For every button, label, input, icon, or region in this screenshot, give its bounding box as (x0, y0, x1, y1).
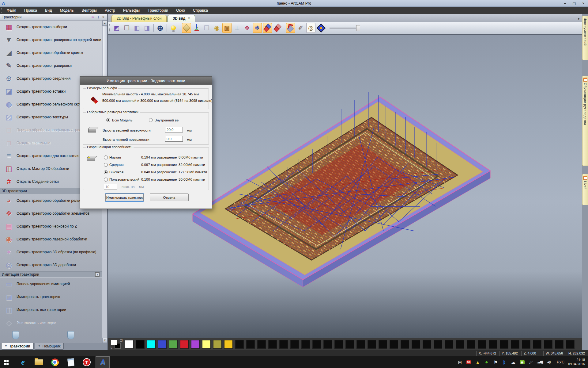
palette-swatch[interactable] (180, 340, 189, 349)
palette-swatch[interactable] (334, 340, 343, 349)
view-iso-button[interactable]: ◩ (112, 23, 121, 33)
simulate-toolpath-button[interactable]: Имитировать траекторию (105, 194, 144, 201)
resolution-radio[interactable] (104, 163, 108, 167)
palette-swatch[interactable] (533, 340, 541, 349)
chrome-button[interactable] (48, 356, 62, 368)
palette-swatch[interactable] (246, 340, 255, 349)
close-button[interactable]: × (579, 0, 588, 6)
toolpath-row[interactable]: ◢ Создать траекторию обработки кромок (0, 46, 102, 59)
palette-swatch[interactable] (158, 340, 167, 349)
toolbar-separator[interactable] (166, 23, 168, 33)
panel-tab[interactable]: Помощник (35, 343, 64, 350)
resolution-radio[interactable] (104, 178, 108, 182)
palette-icon[interactable]: ✑ (90, 15, 96, 19)
palette-swatch[interactable] (356, 340, 365, 349)
menu-item[interactable]: Векторы (77, 7, 100, 14)
explorer-button[interactable] (32, 356, 46, 368)
palette-swatch[interactable] (511, 340, 519, 349)
palette-swatch[interactable] (522, 340, 530, 349)
toolbar-separator[interactable] (283, 23, 285, 33)
primary-color-swatch[interactable] (111, 340, 117, 345)
toolpath-row[interactable]: ◉ Создать траекторию лазерной обработки (0, 233, 102, 246)
volume-tray-icon[interactable]: ◀)) (546, 359, 552, 365)
tool-sim-button[interactable]: ⊥ (232, 23, 242, 33)
whole-model-radio[interactable] (106, 118, 110, 122)
draw-plane-button[interactable] (182, 23, 191, 33)
toolpath-row[interactable]: ❖ Создать траекторию обработки элементов (0, 207, 102, 220)
palette-swatch[interactable] (169, 340, 178, 349)
palette-swatch[interactable] (544, 340, 552, 349)
palette-swatch[interactable] (379, 340, 387, 349)
toolpath-row[interactable]: ◪ Имитировать траекторию (0, 290, 102, 303)
lamp-render-button[interactable] (286, 23, 295, 33)
toolpath-row[interactable]: ◫ Имитировать все траектории (0, 303, 102, 316)
view-wireframe-button[interactable]: ❏ (122, 23, 131, 33)
satellite-tray-icon[interactable]: ☄ (528, 359, 534, 365)
palette-swatch[interactable] (566, 340, 575, 349)
pin-icon[interactable]: ⊢ (96, 14, 100, 20)
palette-swatch[interactable] (235, 340, 244, 349)
start-button[interactable] (0, 356, 14, 368)
taskbar-clock[interactable]: 21:18 09.04.2016 (568, 358, 585, 366)
language-indicator[interactable]: РУС (557, 360, 564, 364)
eye-diamond-button[interactable] (316, 23, 326, 33)
tutorials-edge-tab[interactable]: Обучающие руководства (582, 76, 588, 166)
palette-swatch[interactable] (423, 340, 431, 349)
minimize-button[interactable]: – (560, 0, 570, 6)
toolpath-row[interactable]: ▼ Создать траекторию гравировки по средн… (0, 33, 102, 46)
palette-swatch[interactable] (345, 340, 354, 349)
toolpath-row[interactable]: ▭ Панель управления имитацией (0, 278, 102, 290)
live-edge-tab[interactable]: Live! (582, 174, 588, 205)
reset-colors-icon[interactable]: ↳ (110, 347, 113, 350)
inner-vector-radio[interactable] (149, 118, 153, 122)
toolpath-row[interactable] (0, 329, 102, 341)
palette-swatch[interactable] (213, 340, 222, 349)
bottom-height-field[interactable] (165, 136, 183, 142)
dialog-title-bar[interactable]: Имитация траектории - Задание заготовки (80, 77, 212, 85)
shading-slider[interactable] (326, 23, 363, 33)
flag-tray-icon[interactable]: ⚑ (492, 359, 499, 365)
palette-swatch[interactable] (390, 340, 398, 349)
vectors-view-button[interactable]: ❖ (243, 23, 252, 33)
clipart-block-button[interactable]: ❑ (202, 23, 211, 33)
palette-swatch[interactable] (312, 340, 321, 349)
screen-capture-tray-icon[interactable]: SC (466, 359, 472, 365)
toolbar-separator[interactable] (179, 23, 181, 33)
signal-tray-icon[interactable]: ▂▄▆█ (537, 359, 543, 365)
palette-swatch[interactable] (478, 340, 486, 349)
nvidia-tray-icon[interactable]: ◉ (519, 359, 525, 365)
color-selector[interactable]: ❐ ↳ (110, 339, 123, 349)
palette-swatch[interactable] (257, 340, 266, 349)
toolpath-row[interactable]: ▦ Создать траекторию выборки (0, 21, 102, 33)
notepad-button[interactable] (64, 356, 78, 368)
menu-item[interactable]: Модель (56, 7, 78, 14)
gdrive-tray-icon[interactable]: ▲ (475, 359, 481, 365)
toolbar-separator[interactable] (153, 23, 155, 33)
messenger-tray-icon[interactable]: ● (484, 359, 490, 365)
snowflake-button[interactable]: ❄ (253, 23, 262, 33)
layers-red-button[interactable] (273, 23, 282, 33)
tab-3d-view[interactable]: 3D вид × (168, 15, 195, 22)
palette-swatch[interactable] (434, 340, 442, 349)
palette-swatch[interactable] (555, 340, 564, 349)
palette-swatch[interactable] (412, 340, 420, 349)
scroll-down-icon[interactable]: ▼ (102, 338, 107, 343)
palette-swatch[interactable] (224, 340, 233, 349)
toolpath-row[interactable]: ✎ Создать траекторию гравировки (0, 59, 102, 72)
palette-swatch[interactable] (445, 340, 453, 349)
menu-item[interactable]: Справка (189, 7, 212, 14)
palette-swatch[interactable] (456, 340, 464, 349)
palette-swatch[interactable] (368, 340, 376, 349)
t-app-button[interactable]: T (80, 356, 94, 368)
zoom-button[interactable]: ⊕ (156, 23, 165, 33)
section-mini-button[interactable] (95, 272, 100, 277)
palette-swatch[interactable] (268, 340, 277, 349)
resolution-radio[interactable] (104, 155, 108, 159)
menu-item[interactable]: Файл (3, 7, 20, 14)
tool-profile-button[interactable]: ◉ (212, 23, 221, 33)
hidden-icons-button[interactable]: ⊞ (457, 359, 463, 365)
paint-relief-button[interactable]: ✐ (296, 23, 305, 33)
palette-swatch[interactable] (279, 340, 288, 349)
toolpath-row[interactable]: ✶ Создать траекторию 3D обрезки (по проф… (0, 246, 102, 259)
swap-colors-icon[interactable]: ❐ (120, 339, 123, 342)
